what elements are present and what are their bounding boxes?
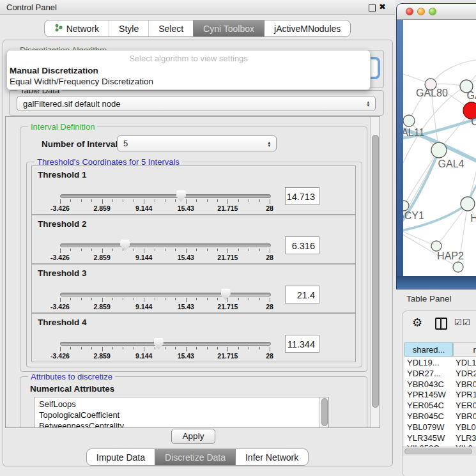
- threshold-value-field[interactable]: 21.4: [285, 286, 319, 303]
- slider-tick: [91, 298, 92, 300]
- slider-tick: [70, 298, 71, 300]
- tab-impute-data[interactable]: Impute Data: [87, 449, 155, 465]
- tab-select[interactable]: Select: [148, 20, 193, 36]
- tab-label: Discretize Data: [165, 452, 226, 463]
- slider-tick: [249, 249, 249, 251]
- slider-tick-label: 2.859: [93, 204, 110, 212]
- table-row[interactable]: YLR345WYLR3: [404, 433, 476, 443]
- network-node-gal4[interactable]: [431, 142, 447, 158]
- slider-tick: [249, 298, 249, 300]
- slider-tick: [134, 249, 134, 251]
- threshold-label: Threshold 4: [38, 318, 87, 327]
- threshold-label: Threshold 1: [38, 170, 87, 180]
- number-of-intervals-select[interactable]: 5 ▴▾: [117, 135, 277, 151]
- slider-track[interactable]: [60, 293, 271, 296]
- slider-handle[interactable]: [154, 338, 164, 349]
- threshold-value-field[interactable]: 14.713: [285, 187, 319, 205]
- network-node-h[interactable]: [461, 197, 475, 211]
- float-panel-icon[interactable]: [369, 4, 376, 12]
- network-node-label: GAL4: [438, 158, 464, 169]
- column-header-name[interactable]: n: [453, 342, 476, 357]
- slider-tick: [270, 199, 270, 204]
- slider-track[interactable]: [60, 194, 271, 198]
- table-panel-title: Table Panel: [406, 294, 452, 303]
- slider-tick: [227, 347, 228, 351]
- table-row[interactable]: YPR145WYPR1: [404, 389, 476, 400]
- attribute-item-selfloops[interactable]: SelfLoops: [35, 399, 328, 410]
- slider-tick: [175, 347, 176, 349]
- table-row[interactable]: YBR043CYBR0: [404, 379, 476, 390]
- network-node-hap2[interactable]: [431, 241, 441, 251]
- checkbox-icon[interactable]: ☑: [463, 318, 470, 327]
- table-data-select[interactable]: galFiltered.sif default node ▴▾: [17, 96, 376, 111]
- popup-option-manual-discretization[interactable]: Manual Discretization: [10, 66, 98, 75]
- split-view-icon[interactable]: [435, 318, 447, 330]
- close-icon[interactable]: ✖: [379, 2, 386, 12]
- table-row[interactable]: YBR045CYBR0: [404, 411, 476, 422]
- numerical-attributes-list[interactable]: SelfLoopsTopologicalCoefficientBetweenne…: [34, 397, 329, 428]
- slider-tick: [165, 199, 165, 202]
- tab-infer-network[interactable]: Infer Network: [235, 449, 308, 465]
- table-row[interactable]: YER054CYER0: [404, 400, 476, 411]
- slider-handle[interactable]: [120, 240, 130, 251]
- table-row[interactable]: YDR27...YDR2: [404, 368, 476, 379]
- threshold-value-field[interactable]: 11.344: [285, 335, 319, 353]
- tab-cyni-toolbox[interactable]: Cyni Toolbox: [193, 20, 264, 36]
- network-node-gal11[interactable]: [403, 115, 415, 127]
- cell-name: YPR1: [456, 389, 476, 400]
- slider-track[interactable]: [60, 243, 271, 247]
- slider-tick-label: -3.426: [50, 352, 70, 360]
- table-horizontal-scrollbar[interactable]: [403, 447, 476, 456]
- slider-tick: [144, 249, 144, 253]
- network-node-label: GAL80: [416, 88, 448, 98]
- slider-track[interactable]: [60, 342, 271, 346]
- table-row[interactable]: YBL079WYBL0: [404, 422, 476, 433]
- cell-shared-name: YER054C: [407, 400, 444, 411]
- checkbox-icon[interactable]: ☑: [454, 318, 462, 327]
- slider-tick: [144, 199, 144, 204]
- minimize-traffic-light-icon[interactable]: [417, 8, 425, 15]
- slider-tick-label: 21.715: [217, 303, 238, 311]
- slider-tick: [175, 249, 176, 251]
- threshold-value-field[interactable]: 6.316: [285, 236, 319, 254]
- slider-tick: [249, 347, 249, 349]
- attributes-list-scrollbar[interactable]: [319, 397, 328, 428]
- settings-scrollbar[interactable]: [370, 117, 380, 427]
- settings-icon[interactable]: ⚙: [412, 316, 422, 330]
- slider-handle[interactable]: [221, 289, 231, 300]
- slider-tick-label: -3.426: [50, 204, 70, 212]
- slider-handle[interactable]: [176, 190, 186, 202]
- popup-option-equal-width-frequency[interactable]: Equal Width/Frequency Discretization: [10, 77, 153, 86]
- attribute-item-topologicalcoefficient[interactable]: TopologicalCoefficient: [35, 410, 328, 420]
- network-node-gcy1[interactable]: [403, 201, 409, 211]
- zoom-traffic-light-icon[interactable]: [429, 8, 436, 15]
- slider-tick-label: 28: [266, 303, 273, 311]
- slider-tick: [207, 298, 208, 300]
- apply-button[interactable]: Apply: [171, 429, 215, 444]
- table-body[interactable]: YDL19...YDL1YDR27...YDR2YBR043CYBR0YPR14…: [404, 357, 476, 447]
- network-edge: [404, 150, 439, 206]
- table-data-value: galFiltered.sif default node: [23, 99, 120, 109]
- slider-tick: [259, 199, 260, 202]
- algorithm-popup: Select algorithm to view settings Manual…: [6, 50, 371, 90]
- tab-label: Infer Network: [245, 452, 298, 463]
- tab-jactivemnodules[interactable]: jActiveMNodules: [264, 20, 350, 36]
- cell-shared-name: YBR043C: [407, 379, 444, 390]
- slider-tick-label: 15.43: [178, 352, 194, 360]
- slider-tick: [259, 347, 260, 349]
- tab-network[interactable]: Network: [45, 20, 109, 36]
- table-row[interactable]: YDL19...YDL1: [404, 357, 476, 368]
- close-traffic-light-icon[interactable]: [406, 8, 413, 15]
- attribute-item-betweennesscentrality[interactable]: BetweennessCentrality: [35, 420, 328, 428]
- slider-tick-label: 9.144: [135, 204, 152, 212]
- network-node[interactable]: [453, 262, 463, 272]
- slider-tick: [112, 249, 113, 251]
- slider-tick: [60, 199, 61, 204]
- network-canvas[interactable]: GAL80GACGAL11GAL4GCY1HHAP2: [403, 20, 476, 276]
- tab-discretize-data[interactable]: Discretize Data: [155, 449, 235, 465]
- slider-tick-label: 9.144: [135, 254, 152, 261]
- tab-style[interactable]: Style: [109, 20, 148, 36]
- slider-tick: [259, 298, 260, 300]
- column-header-shared-name[interactable]: shared...: [404, 342, 453, 357]
- cell-shared-name: YBL079W: [407, 422, 445, 433]
